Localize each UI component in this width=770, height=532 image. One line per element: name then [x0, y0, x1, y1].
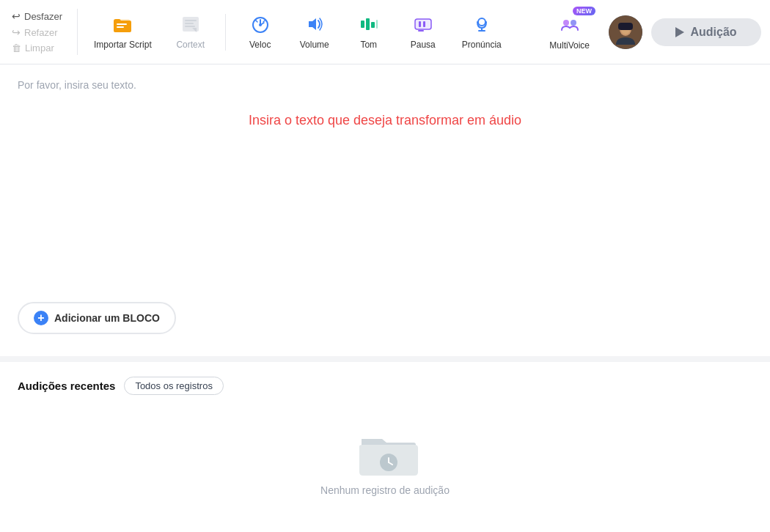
svg-rect-5	[185, 23, 194, 24]
clear-button[interactable]: 🗑 Limpar	[9, 41, 65, 55]
cortext-button[interactable]: Cortext	[165, 9, 216, 56]
clear-label: Limpar	[25, 43, 54, 53]
multivoice-icon	[559, 14, 581, 37]
multivoice-label: MultiVoice	[549, 40, 590, 51]
redo-icon: ↪	[12, 26, 21, 38]
svg-rect-6	[185, 26, 195, 27]
main-content: Por favor, insira seu texto. Insira o te…	[0, 64, 770, 356]
svg-rect-2	[117, 26, 124, 28]
volume-icon	[304, 15, 325, 37]
svg-rect-4	[185, 20, 197, 21]
empty-state: Nenhum registro de audição	[18, 410, 752, 511]
tom-icon	[359, 15, 379, 37]
svg-rect-26	[618, 23, 633, 30]
empty-state-text: Nenhum registro de audição	[320, 484, 450, 496]
import-script-label: Importar Script	[94, 40, 152, 50]
svg-point-8	[259, 23, 262, 26]
error-prompt: Insira o texto que deseja transformar em…	[18, 113, 752, 128]
multivoice-button[interactable]: NEW MultiVoice	[539, 8, 600, 56]
pausa-icon	[413, 15, 433, 37]
toolbar-left-actions: ↩ Desfazer ↪ Refazer 🗑 Limpar	[9, 9, 78, 55]
section-divider	[0, 356, 770, 362]
pausa-button[interactable]: Pausa	[397, 9, 449, 56]
veloc-icon	[250, 15, 271, 37]
recent-header: Audições recentes Todos os registros	[18, 377, 752, 395]
import-script-button[interactable]: Importar Script	[84, 9, 162, 56]
cortext-icon	[180, 15, 201, 37]
toolbar-tools: Importar Script Cortext	[78, 9, 533, 56]
tom-button[interactable]: Tom	[343, 9, 395, 56]
svg-rect-10	[361, 21, 364, 28]
svg-point-21	[563, 20, 569, 26]
undo-icon: ↩	[12, 10, 21, 22]
all-records-button[interactable]: Todos os registros	[124, 377, 224, 395]
volume-label: Volume	[300, 40, 329, 50]
all-records-label: Todos os registros	[135, 380, 213, 391]
clear-icon: 🗑	[12, 43, 21, 53]
toolbar-right: NEW MultiVoice Audição	[533, 8, 761, 56]
svg-point-22	[571, 20, 576, 26]
veloc-label: Veloc	[249, 40, 271, 50]
tom-label: Tom	[360, 40, 377, 50]
avatar[interactable]	[609, 15, 642, 49]
add-block-label: Adicionar um BLOCO	[54, 312, 160, 324]
import-script-icon	[112, 15, 133, 37]
audition-button[interactable]: Audição	[651, 18, 761, 46]
volume-button[interactable]: Volume	[289, 9, 340, 56]
play-icon	[675, 27, 684, 37]
pronuncia-icon	[472, 15, 492, 37]
add-block-button[interactable]: + Adicionar um BLOCO	[18, 302, 176, 334]
toolbar: ↩ Desfazer ↪ Refazer 🗑 Limpar Importar S…	[0, 0, 770, 64]
toolbar-separator	[225, 14, 226, 51]
plus-icon: +	[34, 311, 48, 325]
svg-rect-11	[366, 18, 370, 30]
svg-rect-17	[423, 21, 425, 27]
undo-button[interactable]: ↩ Desfazer	[9, 9, 65, 23]
svg-rect-16	[419, 21, 421, 27]
pronuncia-label: Pronúncia	[462, 40, 502, 50]
bottom-section: Audições recentes Todos os registros Nen…	[0, 362, 770, 532]
svg-point-18	[478, 18, 485, 26]
new-badge: NEW	[573, 7, 595, 15]
svg-rect-1	[117, 23, 127, 25]
redo-label: Refazer	[24, 27, 58, 38]
empty-folder-icon	[356, 424, 414, 476]
svg-rect-13	[376, 20, 378, 29]
recent-title: Audições recentes	[18, 380, 115, 392]
audition-label: Audição	[690, 26, 736, 39]
pausa-label: Pausa	[411, 40, 436, 50]
svg-marker-9	[309, 18, 316, 30]
cortext-label: Cortext	[176, 40, 205, 50]
undo-label: Desfazer	[24, 11, 62, 22]
veloc-button[interactable]: Veloc	[235, 9, 286, 56]
pronuncia-button[interactable]: Pronúncia	[452, 9, 512, 56]
placeholder-text: Por favor, insira seu texto.	[18, 79, 752, 91]
svg-rect-12	[371, 22, 375, 28]
redo-button[interactable]: ↪ Refazer	[9, 25, 65, 40]
